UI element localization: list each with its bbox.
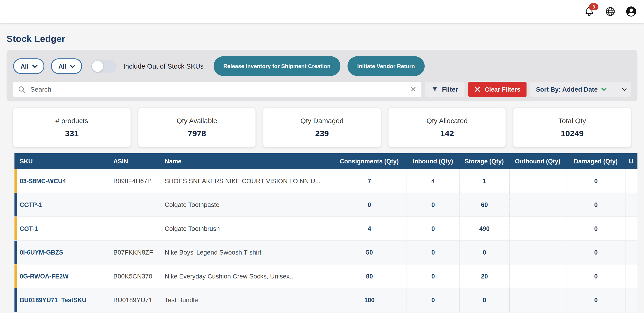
outbound-cell (509, 217, 566, 240)
consignments-cell: 50 (332, 241, 407, 264)
stat-label: Qty Damaged (300, 117, 344, 125)
funnel-icon (432, 86, 438, 93)
out-of-stock-toggle[interactable] (92, 60, 117, 72)
name-cell: Nike Boys' Legend Swoosh T-shirt (165, 241, 332, 264)
sku-link[interactable]: 0I-6UYM-GBZS (17, 241, 113, 264)
inbound-cell: 0 (407, 217, 459, 240)
x-icon (474, 86, 480, 92)
stat-card-qty-available: Qty Available 7978 (138, 108, 256, 148)
consignments-cell: 80 (332, 264, 407, 288)
row-accent-bar (14, 169, 17, 193)
filter-row-top: All All Include Out of Stock SKUs Releas… (13, 56, 631, 76)
asin-cell: B098F4H67P (113, 169, 164, 193)
inbound-cell: 0 (407, 241, 459, 264)
notifications-button[interactable]: 3 (583, 5, 596, 18)
filter-row-bottom: ✕ Filter Clear Filters (13, 82, 631, 97)
filter-button[interactable]: Filter (425, 82, 465, 97)
column-header-storage[interactable]: Storage (Qty) (459, 158, 509, 164)
storage-cell: 490 (459, 217, 509, 240)
chevron-down-icon (32, 64, 38, 68)
sku-link[interactable]: CGT-1 (17, 217, 113, 240)
column-header-outbound[interactable]: Outbound (Qty) (509, 158, 566, 164)
stat-card-qty-damaged: Qty Damaged 239 (263, 108, 381, 148)
row-accent-bar (14, 264, 17, 288)
outbound-cell (509, 288, 566, 312)
units-cell (626, 264, 638, 288)
name-cell: SHOES SNEAKERS NIKE COURT VISION LO NN U… (165, 169, 332, 193)
outbound-cell (509, 264, 566, 288)
search-icon (18, 86, 26, 93)
sort-chevron-icon (602, 88, 607, 91)
units-cell (626, 241, 638, 264)
sku-link[interactable]: CGTP-1 (17, 193, 113, 216)
table-row[interactable]: CGTP-1 Colgate Toothpaste 0 0 60 0 (14, 193, 637, 217)
inbound-cell: 4 (407, 169, 459, 193)
column-header-sku[interactable]: SKU (17, 158, 113, 164)
main-content: Stock Ledger All All (0, 34, 644, 312)
initiate-vendor-return-button[interactable]: Initiate Vendor Return (347, 56, 425, 76)
globe-icon (605, 6, 616, 17)
row-accent-bar (14, 288, 17, 312)
damaged-cell: 0 (566, 193, 626, 216)
stock-table: SKU ASIN Name Consignments (Qty) Inbound… (14, 153, 637, 312)
damaged-cell: 0 (566, 264, 626, 288)
status-dropdown-value: All (58, 62, 66, 70)
table-row[interactable]: 0I-6UYM-GBZS B07FKKN8ZF Nike Boys' Legen… (14, 241, 637, 264)
row-accent-bar (14, 217, 17, 240)
stock-table-inner: SKU ASIN Name Consignments (Qty) Inbound… (14, 153, 637, 312)
top-bar: 3 (0, 0, 644, 23)
sku-link[interactable]: 0G-RWOA-FE2W (17, 264, 113, 288)
release-inventory-button[interactable]: Release Inventory for Shipment Creation (213, 56, 340, 76)
clear-search-icon[interactable]: ✕ (410, 86, 416, 93)
column-header-name[interactable]: Name (165, 158, 332, 164)
out-of-stock-toggle-label: Include Out of Stock SKUs (123, 62, 204, 70)
column-header-damaged[interactable]: Damaged (Qty) (566, 158, 626, 164)
table-header-row: SKU ASIN Name Consignments (Qty) Inbound… (14, 153, 637, 170)
consignments-cell: 0 (332, 193, 407, 216)
clear-filters-button[interactable]: Clear Filters (468, 82, 526, 97)
column-header-units[interactable]: U (626, 158, 638, 164)
filter-button-label: Filter (442, 86, 458, 93)
storage-cell: 1 (459, 169, 509, 193)
column-header-inbound[interactable]: Inbound (Qty) (407, 158, 459, 164)
table-row[interactable]: 0G-RWOA-FE2W B00K5CN370 Nike Everyday Cu… (14, 264, 637, 288)
search-input[interactable] (30, 85, 406, 94)
page-title: Stock Ledger (7, 34, 638, 44)
table-row[interactable]: 03-S8MC-WCU4 B098F4H67P SHOES SNEAKERS N… (14, 169, 637, 193)
language-button[interactable] (604, 5, 616, 18)
inbound-cell: 0 (407, 264, 459, 288)
storage-cell: 0 (459, 241, 509, 264)
damaged-cell: 0 (566, 169, 626, 193)
inbound-cell: 0 (407, 288, 459, 312)
column-header-asin[interactable]: ASIN (113, 158, 164, 164)
name-cell: Colgate Toothpaste (165, 193, 332, 216)
stat-label: Total Qty (558, 117, 586, 125)
asin-cell: BU0189YU71 (113, 288, 164, 312)
consignments-cell: 4 (332, 217, 407, 240)
outbound-cell (509, 241, 566, 264)
damaged-cell: 0 (566, 217, 626, 240)
row-accent-bar (14, 241, 17, 264)
sort-by-dropdown[interactable]: Sort By: Added Date (530, 82, 631, 97)
name-cell: Nike Everyday Cushion Crew Socks, Unisex… (165, 264, 332, 288)
status-dropdown[interactable]: All (51, 58, 82, 74)
stats-row: # products 331 Qty Available 7978 Qty Da… (13, 108, 631, 148)
sku-link[interactable]: 03-S8MC-WCU4 (17, 169, 113, 193)
stat-value: 7978 (188, 129, 206, 138)
inbound-cell: 0 (407, 193, 459, 216)
units-cell (626, 217, 638, 240)
storage-cell: 60 (459, 193, 509, 216)
account-button[interactable] (625, 5, 638, 18)
table-row[interactable]: BU0189YU71_TestSKU BU0189YU71 Test Bundl… (14, 288, 637, 312)
sort-by-label: Sort By: Added Date (536, 86, 598, 93)
column-header-consignments[interactable]: Consignments (Qty) (332, 158, 407, 164)
storage-cell: 20 (459, 264, 509, 288)
account-avatar-icon (626, 6, 637, 17)
table-row[interactable]: CGT-1 Colgate Toothbrush 4 0 490 0 (14, 217, 637, 240)
stat-value: 331 (65, 129, 79, 138)
filter-panel: All All Include Out of Stock SKUs Releas… (7, 50, 638, 101)
sku-link[interactable]: BU0189YU71_TestSKU (17, 288, 113, 312)
category-dropdown[interactable]: All (13, 58, 44, 74)
stat-value: 142 (440, 129, 454, 138)
asin-cell: B07FKKN8ZF (113, 241, 164, 264)
